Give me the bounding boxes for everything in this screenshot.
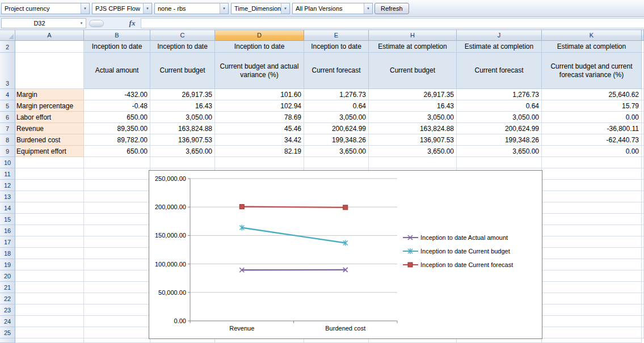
cell[interactable] bbox=[15, 316, 84, 327]
row-header-14[interactable]: 14 bbox=[0, 202, 15, 214]
select-all-button[interactable] bbox=[0, 30, 15, 41]
name-box[interactable]: D32 ▼ bbox=[1, 18, 86, 28]
cell[interactable]: 200,624.99 bbox=[457, 123, 542, 134]
chevron-down-icon[interactable]: ▼ bbox=[77, 19, 86, 28]
cell[interactable]: 15.79 bbox=[542, 100, 642, 112]
formula-input[interactable] bbox=[141, 18, 644, 28]
cell[interactable] bbox=[84, 282, 150, 293]
cell[interactable] bbox=[15, 236, 84, 248]
cell[interactable]: -0.48 bbox=[84, 100, 150, 112]
cell[interactable] bbox=[15, 202, 84, 214]
cell[interactable]: 199,348.26 bbox=[457, 134, 542, 146]
cell[interactable]: 1,276.73 bbox=[304, 89, 369, 100]
cell[interactable]: -62,440.73 bbox=[542, 134, 642, 146]
plan-versions-dropdown[interactable]: All Plan Versions ▼ bbox=[292, 3, 373, 14]
cell[interactable] bbox=[84, 270, 150, 282]
cell[interactable]: 3,050.00 bbox=[457, 112, 542, 123]
cell[interactable] bbox=[215, 157, 304, 168]
cell[interactable] bbox=[15, 259, 84, 270]
column-header-c[interactable]: C bbox=[150, 30, 215, 41]
cell[interactable]: 200,624.99 bbox=[304, 123, 369, 134]
row-label-cell[interactable] bbox=[15, 41, 84, 53]
cell[interactable]: 650.00 bbox=[84, 112, 150, 123]
row-header-18[interactable]: 18 bbox=[0, 248, 15, 259]
row-header-8[interactable]: 8 bbox=[0, 134, 15, 146]
cell[interactable] bbox=[15, 282, 84, 293]
cell[interactable] bbox=[15, 157, 84, 168]
cell[interactable] bbox=[542, 316, 642, 327]
cell[interactable]: 82.19 bbox=[215, 146, 304, 157]
cell[interactable]: 89,350.00 bbox=[84, 123, 150, 134]
cell[interactable]: 3,650.00 bbox=[457, 146, 542, 157]
cell[interactable]: Current budget and actual variance (%) bbox=[215, 53, 304, 89]
row-header-24[interactable]: 24 bbox=[0, 316, 15, 327]
cell[interactable] bbox=[15, 293, 84, 304]
insert-function-icon[interactable]: fx bbox=[126, 18, 138, 28]
refresh-button[interactable]: Refresh bbox=[374, 3, 409, 14]
row-header-10[interactable]: 10 bbox=[0, 157, 15, 168]
cell[interactable]: 0.64 bbox=[304, 100, 369, 112]
row-header-2[interactable]: 2 bbox=[0, 41, 15, 53]
row-header-22[interactable]: 22 bbox=[0, 293, 15, 304]
cell[interactable]: Estimate at completion bbox=[369, 41, 457, 53]
cell[interactable] bbox=[15, 191, 84, 202]
cell[interactable]: 78.69 bbox=[215, 112, 304, 123]
cell[interactable]: Inception to date bbox=[215, 41, 304, 53]
embedded-chart[interactable]: 0.0050,000.00100,000.00150,000.00200,000… bbox=[149, 170, 542, 339]
cell[interactable] bbox=[542, 248, 642, 259]
row-label-cell[interactable]: Margin bbox=[15, 89, 84, 100]
cell[interactable]: 26,917.35 bbox=[369, 89, 457, 100]
project-currency-dropdown[interactable]: Project currency ▼ bbox=[1, 3, 90, 14]
row-header-20[interactable]: 20 bbox=[0, 270, 15, 282]
cell[interactable] bbox=[542, 270, 642, 282]
cell[interactable] bbox=[15, 214, 84, 225]
cell[interactable]: 3,650.00 bbox=[304, 146, 369, 157]
cell[interactable] bbox=[84, 202, 150, 214]
legend-label[interactable]: Inception to date Current forecast bbox=[420, 261, 513, 268]
cell[interactable]: Current budget bbox=[369, 53, 457, 89]
cell[interactable]: Estimate at completion bbox=[542, 41, 642, 53]
cell[interactable]: Estimate at completion bbox=[457, 41, 542, 53]
cell[interactable] bbox=[84, 191, 150, 202]
row-header-11[interactable]: 11 bbox=[0, 168, 15, 180]
row-header-3[interactable]: 3 bbox=[0, 53, 15, 89]
row-header-25[interactable]: 25 bbox=[0, 327, 15, 338]
rbs-dropdown[interactable]: none - rbs ▼ bbox=[154, 3, 229, 14]
cell[interactable] bbox=[15, 304, 84, 316]
cell[interactable]: 26,917.35 bbox=[150, 89, 215, 100]
row-header-23[interactable]: 23 bbox=[0, 304, 15, 316]
cell[interactable]: Inception to date bbox=[304, 41, 369, 53]
cell[interactable]: Current budget bbox=[150, 53, 215, 89]
row-header-7[interactable]: 7 bbox=[0, 123, 15, 134]
cell[interactable]: 3,650.00 bbox=[150, 146, 215, 157]
cell[interactable]: 3,050.00 bbox=[304, 112, 369, 123]
cell[interactable] bbox=[542, 191, 642, 202]
cell[interactable]: 101.60 bbox=[215, 89, 304, 100]
cell[interactable] bbox=[542, 259, 642, 270]
cell[interactable]: 16.43 bbox=[369, 100, 457, 112]
cell[interactable] bbox=[542, 304, 642, 316]
row-header-4[interactable]: 4 bbox=[0, 89, 15, 100]
cell[interactable] bbox=[84, 168, 150, 180]
cell[interactable]: Current forecast bbox=[457, 53, 542, 89]
cell[interactable]: 0.00 bbox=[542, 146, 642, 157]
cell[interactable]: 0.64 bbox=[457, 100, 542, 112]
cell[interactable]: 0.00 bbox=[542, 112, 642, 123]
cell[interactable] bbox=[15, 270, 84, 282]
cell[interactable]: 136,907.53 bbox=[369, 134, 457, 146]
cell[interactable]: 3,050.00 bbox=[369, 112, 457, 123]
column-header-b[interactable]: B bbox=[84, 30, 150, 41]
cell[interactable]: Inception to date bbox=[84, 41, 150, 53]
cell[interactable]: 1,276.73 bbox=[457, 89, 542, 100]
cell[interactable]: 3,650.00 bbox=[369, 146, 457, 157]
cell[interactable] bbox=[542, 157, 642, 168]
row-header-9[interactable]: 9 bbox=[0, 146, 15, 157]
cell[interactable] bbox=[15, 180, 84, 191]
row-header-16[interactable]: 16 bbox=[0, 225, 15, 236]
row-header-19[interactable]: 19 bbox=[0, 259, 15, 270]
cell[interactable] bbox=[84, 293, 150, 304]
cell[interactable] bbox=[84, 259, 150, 270]
cell[interactable] bbox=[304, 157, 369, 168]
column-header-j[interactable]: J bbox=[457, 30, 542, 41]
row-label-cell[interactable]: Revenue bbox=[15, 123, 84, 134]
